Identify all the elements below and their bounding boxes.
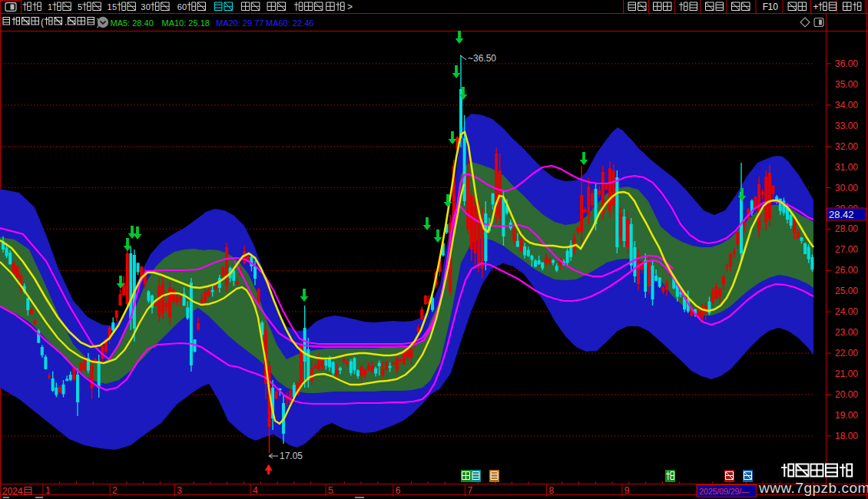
- svg-text:23.00: 23.00: [835, 327, 858, 338]
- svg-text:5: 5: [328, 485, 333, 496]
- svg-text:3: 3: [177, 485, 182, 496]
- svg-text:~36.50: ~36.50: [468, 53, 496, 64]
- svg-text:MA20: 29.77: MA20: 29.77: [216, 18, 263, 28]
- svg-text:4: 4: [253, 485, 258, 496]
- svg-text:+: +: [813, 2, 819, 12]
- svg-text:MA5: 28.40: MA5: 28.40: [111, 18, 154, 28]
- svg-text:3: 3: [141, 2, 145, 12]
- svg-text:.: .: [65, 17, 67, 28]
- svg-text:28.00: 28.00: [835, 223, 858, 234]
- svg-text:2025/09/29/—: 2025/09/29/—: [699, 487, 750, 496]
- svg-text:2: 2: [112, 485, 118, 496]
- svg-text:21.00: 21.00: [835, 368, 858, 379]
- svg-text:34.00: 34.00: [835, 100, 858, 111]
- svg-text:20.00: 20.00: [835, 389, 858, 400]
- svg-text:>: >: [347, 2, 353, 12]
- svg-text:25.00: 25.00: [835, 286, 858, 296]
- svg-text:22.00: 22.00: [835, 348, 858, 359]
- svg-text:0: 0: [773, 2, 778, 12]
- svg-text:0: 0: [146, 2, 151, 12]
- svg-text:24.00: 24.00: [835, 306, 858, 317]
- svg-text:MA10: 25.18: MA10: 25.18: [162, 18, 210, 28]
- svg-text:7: 7: [467, 485, 472, 496]
- svg-text:5: 5: [78, 2, 82, 12]
- svg-text:1: 1: [45, 485, 51, 496]
- svg-text:6: 6: [177, 2, 182, 12]
- svg-text:1: 1: [108, 2, 112, 12]
- svg-text:35.00: 35.00: [835, 79, 858, 90]
- svg-text:MA60: 22.46: MA60: 22.46: [266, 18, 313, 28]
- svg-text:2024: 2024: [2, 486, 23, 497]
- svg-text:0: 0: [182, 2, 187, 12]
- svg-text:5: 5: [112, 2, 117, 12]
- svg-text:28.42: 28.42: [829, 209, 854, 220]
- svg-text:18.00: 18.00: [835, 431, 858, 441]
- svg-text:30.00: 30.00: [835, 183, 858, 193]
- svg-text:26.00: 26.00: [835, 265, 858, 276]
- svg-text:9: 9: [624, 485, 630, 496]
- svg-text:36.00: 36.00: [835, 58, 858, 69]
- svg-text:31.00: 31.00: [835, 162, 858, 173]
- svg-text:19.00: 19.00: [835, 410, 858, 421]
- svg-text:33.00: 33.00: [835, 121, 858, 131]
- svg-text:6: 6: [396, 485, 401, 496]
- svg-text:www.7gpzb.com: www.7gpzb.com: [758, 480, 868, 496]
- svg-text:8: 8: [548, 485, 554, 496]
- svg-text:17.05: 17.05: [280, 451, 303, 461]
- svg-text:27.00: 27.00: [835, 244, 858, 255]
- svg-text:1: 1: [48, 2, 52, 12]
- svg-text:(: (: [41, 17, 44, 28]
- svg-text:32.00: 32.00: [835, 141, 858, 152]
